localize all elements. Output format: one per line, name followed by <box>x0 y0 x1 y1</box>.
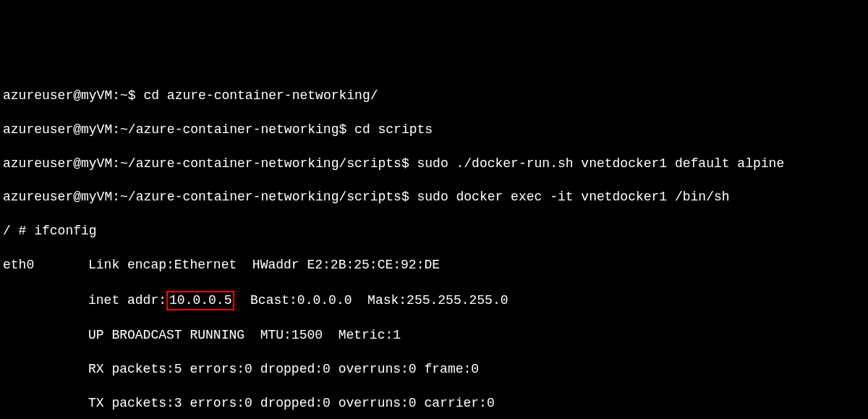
prompt: azureuser@myVM:~/azure-container-network… <box>3 156 417 171</box>
command-text: sudo ./docker-run.sh vnetdocker1 default… <box>417 156 785 171</box>
output-text: Bcast:0.0.0.0 Mask:255.255.255.0 <box>234 293 508 308</box>
highlighted-ip: 10.0.0.5 <box>166 291 234 310</box>
command-text: sudo docker exec -it vnetdocker1 /bin/sh <box>417 190 730 204</box>
shell-prompt: / # <box>3 224 34 238</box>
command-line-3: azureuser@myVM:~/azure-container-network… <box>3 156 865 172</box>
ifconfig-eth0-header: eth0Link encap:Ethernet HWaddr E2:2B:25:… <box>3 257 865 274</box>
command-text: ifconfig <box>34 224 96 238</box>
command-text: cd scripts <box>354 122 433 137</box>
ifconfig-output: RX packets:5 errors:0 dropped:0 overruns… <box>3 361 865 378</box>
prompt: azureuser@myVM:~/azure-container-network… <box>3 190 417 204</box>
terminal-output[interactable]: azureuser@myVM:~$ cd azure-container-net… <box>3 71 865 419</box>
command-line-4: azureuser@myVM:~/azure-container-network… <box>3 189 865 206</box>
ifconfig-output: TX packets:3 errors:0 dropped:0 overruns… <box>3 395 865 412</box>
prompt: azureuser@myVM:~$ <box>3 88 143 103</box>
ifconfig-output: UP BROADCAST RUNNING MTU:1500 Metric:1 <box>3 327 865 344</box>
command-line-1: azureuser@myVM:~$ cd azure-container-net… <box>3 88 865 104</box>
prompt: azureuser@myVM:~/azure-container-network… <box>3 122 354 137</box>
command-line-5: / # ifconfig <box>3 223 865 240</box>
ifconfig-eth0-inet: inet addr:10.0.0.5 Bcast:0.0.0.0 Mask:25… <box>3 291 865 310</box>
output-text: inet addr: <box>88 293 166 308</box>
command-text: cd azure-container-networking/ <box>143 88 378 103</box>
command-line-2: azureuser@myVM:~/azure-container-network… <box>3 122 865 138</box>
interface-name: eth0 <box>3 257 88 274</box>
output-text: Link encap:Ethernet HWaddr E2:2B:25:CE:9… <box>88 258 440 272</box>
